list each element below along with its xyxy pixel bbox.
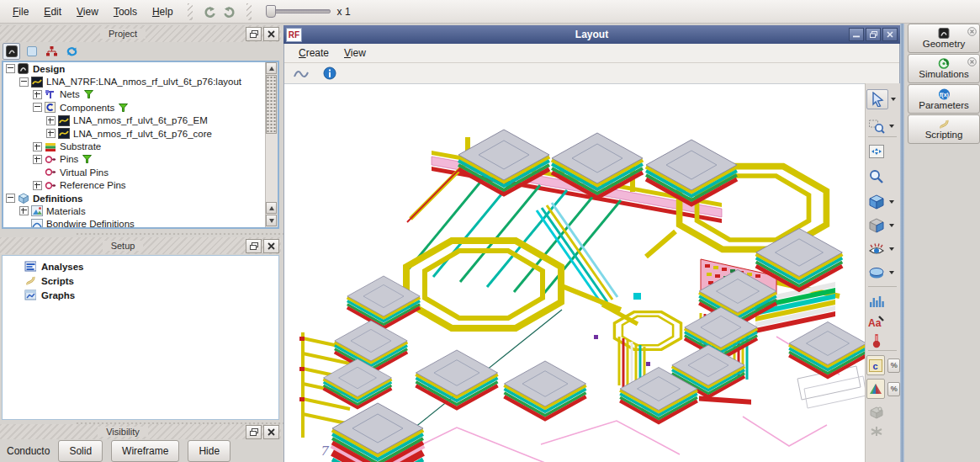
tree-item-definitions[interactable]: Definitions <box>3 192 278 204</box>
annotation-tool-button[interactable]: Aa <box>866 312 887 331</box>
expand-icon[interactable] <box>33 155 42 164</box>
zoom-tool-dropdown[interactable] <box>889 125 894 128</box>
visibility-tool-dropdown[interactable] <box>889 247 894 251</box>
redo-button[interactable] <box>220 3 240 21</box>
close-panel-button[interactable] <box>263 239 279 253</box>
sync-button[interactable] <box>63 43 81 60</box>
find-tool-button[interactable] <box>866 167 887 186</box>
tree-item-core-cell[interactable]: LNA_nmos_rf_ulvt_6t_p76_core <box>3 127 278 140</box>
layout-3d-viewport[interactable]: 7 <box>284 83 865 462</box>
scroll-up-button[interactable] <box>266 202 277 214</box>
expand-icon[interactable] <box>46 129 56 138</box>
hide-button[interactable]: Hide <box>188 440 230 462</box>
close-button[interactable] <box>882 28 898 41</box>
expand-icon[interactable] <box>33 181 42 190</box>
setup-panel-header: Setup <box>0 237 281 254</box>
minimize-button[interactable] <box>849 28 864 41</box>
solid-view-button[interactable] <box>866 193 887 211</box>
setup-tree[interactable]: Analyses Scripts Graphs <box>2 255 279 420</box>
setup-item-graphs[interactable]: Graphs <box>3 288 278 302</box>
menu-view-layout[interactable]: View <box>336 45 373 61</box>
filter-icon[interactable] <box>84 90 93 98</box>
zoom-slider-handle[interactable] <box>266 5 276 18</box>
tab-parameters[interactable]: f(x) Parameters <box>908 84 980 114</box>
collapse-icon[interactable] <box>6 64 15 73</box>
solid-view-dropdown[interactable] <box>889 200 894 204</box>
expand-icon[interactable] <box>19 206 29 215</box>
collapse-icon[interactable] <box>33 103 42 112</box>
tree-item-substrate[interactable]: Substrate <box>3 140 278 152</box>
setup-item-scripts[interactable]: Scripts <box>3 273 278 288</box>
cut-plane-button[interactable] <box>866 216 887 235</box>
close-tab-icon[interactable] <box>967 27 977 36</box>
tree-item-virtual-pins[interactable]: Virtual Pins <box>3 166 278 178</box>
conductor-layers-toggle[interactable]: c <box>866 355 885 375</box>
fit-view-button[interactable] <box>866 142 887 161</box>
substrate-slice-dropdown[interactable] <box>889 271 894 274</box>
menu-file[interactable]: File <box>5 3 36 20</box>
zoom-slider[interactable] <box>267 9 331 13</box>
close-panel-button[interactable] <box>263 425 279 439</box>
close-panel-button[interactable] <box>263 27 279 41</box>
collapse-icon[interactable] <box>6 194 15 203</box>
setup-item-analyses[interactable]: Analyses <box>3 259 278 273</box>
float-panel-button[interactable] <box>246 27 262 41</box>
collapse-icon[interactable] <box>19 77 29 87</box>
tree-item-materials[interactable]: Materials <box>3 204 278 217</box>
histogram-tool-button[interactable] <box>866 292 887 311</box>
solid-button[interactable]: Solid <box>58 440 103 462</box>
dock-splitter[interactable] <box>900 24 904 462</box>
tree-item-layout-cell[interactable]: LNA_N7RF:LNA_nmos_rf_ulvt_6t_p76:layout <box>3 75 278 88</box>
substrate-slice-button[interactable] <box>866 263 887 282</box>
filter-icon[interactable] <box>119 104 128 112</box>
trace-tool-button[interactable] <box>291 64 311 82</box>
tab-simulations[interactable]: Simulations <box>908 54 980 83</box>
info-button[interactable] <box>320 64 340 82</box>
cut-plane-dropdown[interactable] <box>889 224 894 227</box>
color-opacity-button[interactable]: % <box>887 382 900 396</box>
tree-item-design[interactable]: Design <box>3 62 278 75</box>
menu-tools[interactable]: Tools <box>106 3 145 20</box>
conductor-opacity-button[interactable]: % <box>887 358 900 373</box>
menu-help[interactable]: Help <box>145 3 181 20</box>
menu-create[interactable]: Create <box>291 45 336 61</box>
float-panel-button[interactable] <box>246 239 262 253</box>
expand-icon[interactable] <box>33 90 42 99</box>
expand-icon[interactable] <box>46 116 56 125</box>
hierarchy-view-button[interactable] <box>43 43 61 60</box>
select-tool-dropdown[interactable] <box>891 98 896 101</box>
expand-icon[interactable] <box>33 142 42 151</box>
restore-button[interactable] <box>866 28 881 41</box>
tree-item-nets[interactable]: Nets <box>3 88 278 101</box>
scrollbar-thumb[interactable] <box>266 75 277 134</box>
layout-titlebar[interactable]: Layout RF <box>283 25 900 44</box>
project-tree[interactable]: Design LNA_N7RF:LNA_nmos_rf_ulvt_6t_p76:… <box>2 61 279 229</box>
tree-item-components[interactable]: Components <box>3 101 278 114</box>
visibility-tool-button[interactable] <box>866 240 887 258</box>
wireframe-button[interactable]: Wireframe <box>111 440 179 462</box>
filter-icon[interactable] <box>82 155 92 163</box>
palette-separator <box>868 350 897 351</box>
zoom-area-tool-button[interactable] <box>866 117 887 135</box>
substrate-view-button[interactable] <box>23 43 40 60</box>
tab-geometry[interactable]: Geometry <box>908 24 980 53</box>
main-menubar: File Edit View Tools Help x 1 <box>0 0 980 24</box>
scroll-up-button[interactable] <box>266 62 277 74</box>
scroll-down-button[interactable] <box>266 215 277 226</box>
tree-item-bondwire-definitions[interactable]: Bondwire Definitions <box>3 218 278 229</box>
float-panel-button[interactable] <box>246 425 262 439</box>
color-layers-toggle[interactable] <box>866 379 885 399</box>
menu-view[interactable]: View <box>69 3 106 20</box>
thermal-tool-button[interactable] <box>866 331 887 349</box>
design-view-button[interactable] <box>3 43 20 60</box>
tree-item-em-cell[interactable]: LNA_nmos_rf_ulvt_6t_p76_EM <box>3 114 278 127</box>
tree-scrollbar[interactable] <box>265 62 278 227</box>
select-tool-button[interactable] <box>866 89 888 109</box>
tab-scripting[interactable]: Scripting <box>908 114 980 144</box>
tree-item-reference-pins[interactable]: Reference Pins <box>3 179 278 192</box>
graphs-icon <box>24 289 36 300</box>
menu-edit[interactable]: Edit <box>36 3 69 20</box>
tree-item-pins[interactable]: Pins <box>3 153 278 166</box>
close-tab-icon[interactable] <box>967 57 977 66</box>
undo-button[interactable] <box>199 3 220 21</box>
